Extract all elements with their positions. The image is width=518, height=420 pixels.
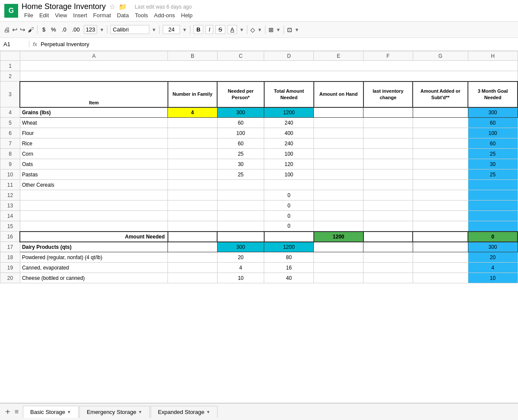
table-row: 11 Other Cereals: [0, 180, 518, 190]
folder-icon[interactable]: 📁: [119, 3, 127, 11]
tab-basic-storage-label: Basic Storage: [30, 409, 65, 415]
app-icon: G: [4, 4, 18, 18]
underline-btn[interactable]: A: [227, 25, 237, 34]
format-0-btn[interactable]: .0: [60, 25, 68, 34]
cell-reference[interactable]: A1: [3, 41, 29, 47]
menu-tools[interactable]: Tools: [132, 12, 150, 19]
format-00-btn[interactable]: .00: [70, 25, 82, 34]
table-row: 16 Amount Needed 1200 0: [0, 232, 518, 242]
menu-file[interactable]: File: [22, 12, 36, 19]
formula-bar: A1 fx Perpetual Inventory: [0, 38, 518, 51]
app-title: Home Storage Inventory: [22, 2, 106, 11]
table-row: 2: [0, 71, 518, 81]
format-arrow-icon[interactable]: ▼: [99, 27, 104, 32]
table-row: 6 Flour 100 400 100: [0, 128, 518, 138]
bold-btn[interactable]: B: [193, 25, 203, 34]
col-header-a[interactable]: A: [20, 51, 167, 61]
table-row: 1: [0, 61, 518, 71]
table-row: 9 Oats 30 120 30: [0, 159, 518, 169]
menu-addons[interactable]: Add-ons: [152, 12, 177, 19]
table-row: 15 0: [0, 221, 518, 232]
italic-btn[interactable]: I: [205, 25, 213, 34]
font-size-dropdown-icon[interactable]: ▼: [182, 27, 187, 32]
menu-help[interactable]: Help: [178, 12, 195, 19]
fill-color-icon[interactable]: ◇: [250, 26, 255, 33]
header-row: 3 Item Number in Family Needed per Perso…: [0, 81, 518, 107]
toolbar: 🖨 ↩ ↪ 🖌 $ % .0 .00 123 ▼ ▼ ▼ B I S A ▼ ◇…: [0, 22, 518, 38]
redo-icon[interactable]: ↪: [20, 26, 25, 34]
fill-color-dropdown[interactable]: ▼: [257, 27, 262, 32]
corner-header: [0, 51, 20, 61]
table-row: 5 Wheat 60 240 60: [0, 118, 518, 128]
tab-expanded-storage[interactable]: Expanded Storage ▼: [151, 406, 218, 418]
col-header-b[interactable]: B: [168, 51, 218, 61]
last-edit-label: Last edit was 6 days ago: [135, 4, 192, 10]
table-row: 7 Rice 60 240 60: [0, 138, 518, 149]
formula-content: Perpetual Inventory: [41, 41, 515, 47]
merge-icon[interactable]: ⊡: [287, 26, 292, 33]
menu-format[interactable]: Format: [91, 12, 114, 19]
percent-btn[interactable]: %: [49, 25, 58, 34]
menu-bar: File Edit View Insert Format Data Tools …: [22, 12, 195, 19]
table-row: 13 0: [0, 201, 518, 211]
table-row: 17 Dairy Products (qts) 300 1200 300: [0, 242, 518, 252]
font-select[interactable]: [111, 25, 149, 34]
tab-emergency-storage-arrow[interactable]: ▼: [138, 410, 142, 414]
table-row: 8 Corn 25 100 25: [0, 149, 518, 159]
font-dropdown-icon[interactable]: ▼: [152, 27, 156, 32]
table-row: 4 Grains (lbs) 4 300 1200 300: [0, 107, 518, 118]
currency-btn[interactable]: $: [41, 25, 47, 34]
menu-insert[interactable]: Insert: [70, 12, 90, 19]
col-header-d[interactable]: D: [264, 51, 314, 61]
col-header-c[interactable]: C: [217, 51, 264, 61]
tab-expanded-storage-label: Expanded Storage: [158, 409, 205, 415]
bottom-tab-bar: + ≡ Basic Storage ▼ Emergency Storage ▼ …: [0, 403, 518, 420]
borders-dropdown[interactable]: ▼: [276, 27, 281, 32]
tab-expanded-storage-arrow[interactable]: ▼: [206, 410, 210, 414]
table-row: 20 Cheese (bottled or canned) 10 40 10: [0, 273, 518, 283]
table-row: 19 Canned, evaporated 4 16 4: [0, 263, 518, 273]
font-size-input[interactable]: [163, 25, 180, 34]
col-header-g[interactable]: G: [413, 51, 468, 61]
col-header-f[interactable]: F: [363, 51, 413, 61]
col-header-h[interactable]: H: [468, 51, 518, 61]
table-row: 12 0: [0, 190, 518, 201]
menu-edit[interactable]: Edit: [37, 12, 51, 19]
undo-icon[interactable]: ↩: [12, 26, 18, 34]
tab-basic-storage[interactable]: Basic Storage ▼: [23, 406, 79, 418]
star-icon[interactable]: ☆: [109, 3, 115, 11]
sheet-menu-btn[interactable]: ≡: [15, 408, 19, 416]
menu-view[interactable]: View: [52, 12, 69, 19]
borders-icon[interactable]: ⊞: [268, 26, 274, 33]
spreadsheet: A B C D E F G H 1 2 3 Item: [0, 51, 518, 403]
format-123-btn[interactable]: 123: [84, 25, 98, 34]
print-icon[interactable]: 🖨: [3, 26, 10, 33]
strikethrough-btn[interactable]: S: [215, 25, 225, 34]
tab-basic-storage-arrow[interactable]: ▼: [67, 410, 71, 414]
tab-emergency-storage-label: Emergency Storage: [87, 409, 136, 415]
col-header-e[interactable]: E: [314, 51, 363, 61]
paint-format-icon[interactable]: 🖌: [28, 26, 34, 33]
table-row: 10 Pastas 25 100 25: [0, 169, 518, 180]
underline-color-icon[interactable]: ▼: [239, 27, 244, 32]
table-row: 14 0: [0, 211, 518, 221]
add-sheet-btn[interactable]: +: [3, 405, 12, 419]
table-row: 18 Powdered (regular, nonfat) (4 qt/lb) …: [0, 252, 518, 263]
fx-label: fx: [33, 41, 37, 47]
merge-dropdown[interactable]: ▼: [294, 27, 299, 32]
menu-data[interactable]: Data: [114, 12, 131, 19]
tab-emergency-storage[interactable]: Emergency Storage ▼: [79, 406, 150, 418]
